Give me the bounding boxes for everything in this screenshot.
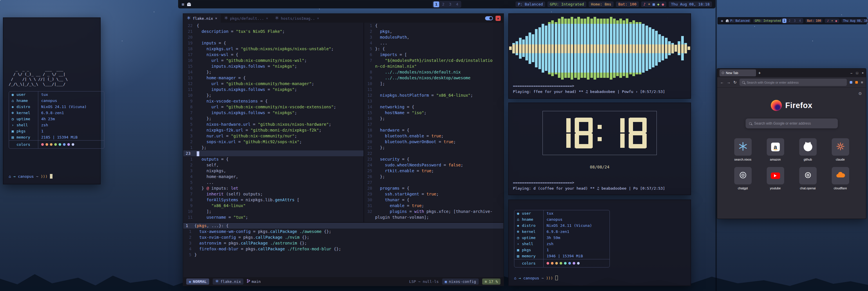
back-button[interactable]: ← — [720, 80, 724, 85]
newtab-search-input[interactable] — [754, 121, 834, 125]
code-line: 23 — [183, 150, 364, 156]
workspace-button-1[interactable]: 1 — [433, 1, 439, 7]
new-tab-button[interactable]: + — [758, 70, 761, 75]
line-number: 27 — [364, 179, 375, 185]
line-number: 1 — [183, 156, 197, 162]
firefox-logo-icon — [771, 100, 782, 111]
shortcut-tile-search-nixos[interactable]: search.nixos — [730, 138, 756, 161]
editor-tab-hosts-isoImag-[interactable]: hosts/isoImag..× — [272, 14, 322, 23]
extension-icon[interactable] — [855, 81, 858, 84]
menu-icon[interactable]: ≡ — [861, 80, 863, 85]
workspace-list: 1234 — [432, 1, 461, 8]
tray-icon[interactable]: ♪ — [827, 19, 829, 22]
personalize-gear-icon[interactable]: ⚙ — [858, 91, 862, 96]
fetch-field-value: tux — [38, 91, 104, 97]
tab-close-icon[interactable]: × — [317, 16, 319, 20]
shortcut-tile-amazon[interactable]: aamazon — [763, 138, 788, 161]
tray-icon[interactable]: ◉ — [662, 2, 664, 6]
line-number: 28 — [364, 185, 375, 191]
extension-icon[interactable] — [850, 81, 852, 84]
line-number: 3 — [183, 168, 197, 174]
palette-dot — [50, 143, 53, 146]
shortcut-icon-box — [734, 167, 752, 184]
tab-file-icon — [187, 16, 191, 21]
editor-pane-flake-nix[interactable]: 22{21 description = "tux's NixOS Flake";… — [183, 23, 364, 222]
code-line: 11 — [364, 87, 503, 92]
workspace-button-2[interactable]: 2 — [440, 1, 446, 7]
newtab-search-bar[interactable] — [746, 118, 838, 128]
workspace-button-3[interactable]: 3 — [447, 1, 453, 7]
line-number: 6 — [183, 185, 197, 191]
tray-icon[interactable]: ◆ — [657, 2, 659, 6]
forward-button[interactable]: → — [727, 80, 731, 85]
fetch-field-value: 3h 59m — [544, 235, 610, 241]
tray-icon[interactable]: ☀ — [648, 2, 650, 6]
tab-label: flake.nix — [193, 16, 213, 21]
tray-icon[interactable]: ▦ — [652, 2, 655, 6]
workspace-button-4[interactable]: 4 — [798, 19, 802, 23]
line-number: 7 — [183, 191, 197, 197]
shortcut-tile-claude[interactable]: claude — [828, 138, 853, 161]
maximize-button[interactable]: □ — [856, 71, 858, 75]
workspace-button-2[interactable]: 2 — [787, 19, 792, 23]
tab-favicon — [722, 72, 724, 74]
tray-icon[interactable]: ☀ — [831, 19, 833, 22]
line-number: 9 — [364, 75, 375, 81]
workspace-button-1[interactable]: 1 — [782, 19, 786, 23]
close-button[interactable]: × — [862, 71, 864, 75]
shortcut-tile-chat-openai[interactable]: chat.openai — [795, 167, 821, 190]
fetch-row: ⌂hnamecanopus — [9, 97, 104, 104]
fetch-field-icon: ◷ — [9, 117, 17, 121]
editor-pane-iso-config[interactable]: 1{2 pkgs,3 modulesPath,4 ...5}: {6 impor… — [364, 23, 503, 222]
editor-tab-flake-nix[interactable]: flake.nix× — [183, 14, 221, 23]
shortcut-tile-github[interactable]: github — [795, 138, 821, 161]
reload-button[interactable]: ↻ — [734, 80, 737, 85]
code-line: 3 modulesPath, — [364, 34, 503, 40]
menu-icon[interactable]: ≡ — [182, 2, 184, 7]
window-close-button[interactable]: × — [496, 16, 501, 21]
editor-tab-pkgs-default-[interactable]: pkgs/default...× — [221, 14, 272, 23]
editor-pane-pkgs-default[interactable]: 1{pkgs, ...}: {1 tux-awesome-wm-config =… — [183, 222, 503, 277]
fetch-field-value: canopus — [38, 97, 104, 104]
shortcut-tile-youtube[interactable]: youtube — [763, 167, 788, 190]
code-line: 18 hardware = { — [364, 127, 503, 133]
code-line: 10 ]; — [183, 208, 364, 214]
code-line: 8 url = "github:nix-community/nix-vscode… — [183, 104, 364, 110]
code-line: 14 networking = { — [364, 104, 503, 110]
line-number: 16 — [364, 116, 375, 121]
tab-label: hosts/isoImag.. — [281, 16, 315, 21]
menu-icon[interactable]: ≡ — [721, 19, 723, 23]
shortcut-tile-cloudflare[interactable]: cloudflare — [828, 167, 853, 190]
code-line: 6 imports = [ — [364, 52, 503, 58]
firefox-tab-new-tab[interactable]: New Tab — [719, 69, 756, 77]
url-bar[interactable] — [740, 79, 847, 86]
line-number: 7 — [364, 58, 375, 63]
terminal-palette — [38, 141, 104, 149]
url-input[interactable] — [747, 81, 844, 84]
code-line: 29 ssh.startAgent = true; — [364, 191, 503, 197]
shortcut-tile-chatgpt[interactable]: chatgpt — [730, 167, 756, 190]
tray-icon[interactable]: ♪ — [644, 2, 646, 6]
tray-icon[interactable]: ◉ — [835, 19, 837, 22]
workspace-button-4[interactable]: 4 — [454, 1, 460, 7]
palette-dot — [551, 262, 554, 265]
tab-close-icon[interactable]: × — [215, 16, 217, 20]
clock-colon — [597, 118, 602, 148]
line-number: 5 — [364, 46, 375, 52]
line-number: 17 — [183, 52, 197, 58]
fetch-field-value: NixOS 24.11 (Vicuna) — [38, 104, 104, 110]
tabbar-toggle[interactable] — [485, 16, 493, 20]
fetch-field-value: 1946 | 15394 MiB — [544, 253, 610, 259]
line-number — [364, 63, 375, 69]
fetch-field-icon: ▣ — [9, 129, 17, 133]
terminal-cursor — [50, 174, 53, 179]
minimize-button[interactable]: – — [850, 71, 852, 75]
tab-close-icon[interactable]: × — [266, 16, 268, 20]
palette-dot — [72, 143, 74, 146]
fetch-field-value: 6.9.8-zen1 — [544, 229, 610, 235]
code-line: 30 thunar = { — [364, 197, 503, 203]
workspace-button-3[interactable]: 3 — [793, 19, 797, 23]
fetch-row: ›shellzsh — [9, 122, 104, 128]
line-number: 24 — [364, 162, 375, 168]
fetch-field-value: 4h 23m — [38, 116, 104, 122]
